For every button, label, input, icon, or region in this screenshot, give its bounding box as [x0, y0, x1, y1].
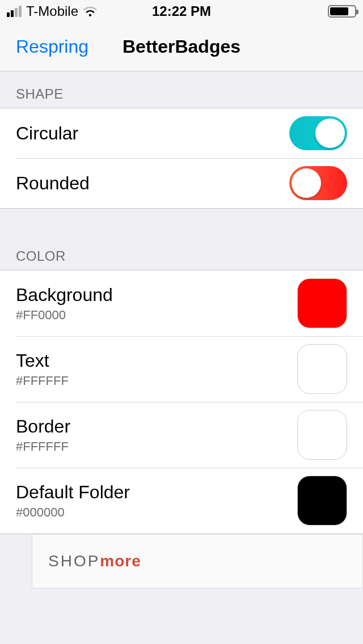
row-hex: #FFFFFF — [16, 374, 69, 388]
respring-button[interactable]: Respring — [16, 36, 88, 57]
row-hex: #FFFFFF — [16, 439, 70, 454]
toggle-rounded[interactable] — [289, 166, 347, 200]
row-color-background[interactable]: Background #FF0000 — [0, 270, 363, 336]
battery-icon — [328, 5, 356, 18]
color-swatch-default-folder[interactable] — [297, 476, 347, 526]
row-shape-rounded[interactable]: Rounded — [0, 158, 363, 208]
cellular-signal-icon — [7, 6, 22, 17]
row-hex: #FF0000 — [16, 308, 113, 323]
row-shape-circular[interactable]: Circular — [0, 108, 363, 158]
toggle-circular[interactable] — [289, 116, 347, 150]
ad-banner[interactable]: SHOPmore — [32, 534, 363, 588]
status-bar: T-Mobile 12:22 PM — [0, 0, 363, 23]
color-swatch-background[interactable] — [297, 278, 347, 328]
color-swatch-border[interactable] — [297, 410, 347, 460]
nav-bar: Respring BetterBadges — [0, 23, 363, 71]
ad-text-b: more — [100, 552, 141, 570]
row-label: Circular — [16, 123, 78, 144]
row-color-text[interactable]: Text #FFFFFF — [0, 336, 363, 402]
row-label: Background — [16, 285, 113, 306]
color-swatch-text[interactable] — [297, 344, 347, 394]
section-header-color: COLOR — [0, 209, 363, 270]
row-label: Border — [16, 416, 70, 437]
row-hex: #000000 — [16, 505, 130, 520]
section-header-shape: SHAPE — [0, 71, 363, 108]
section-header-support: SUPPORT — [0, 626, 363, 644]
color-group: Background #FF0000 Text #FFFFFF Border #… — [0, 270, 363, 534]
carrier-label: T-Mobile — [26, 3, 78, 19]
row-label: Text — [16, 350, 69, 371]
wifi-icon — [83, 6, 98, 17]
row-color-border[interactable]: Border #FFFFFF — [0, 402, 363, 468]
shape-group: Circular Rounded — [0, 108, 363, 209]
ad-text-a: SHOP — [48, 552, 100, 570]
row-label: Default Folder — [16, 482, 130, 503]
row-label: Rounded — [16, 173, 90, 194]
row-color-default-folder[interactable]: Default Folder #000000 — [0, 468, 363, 533]
